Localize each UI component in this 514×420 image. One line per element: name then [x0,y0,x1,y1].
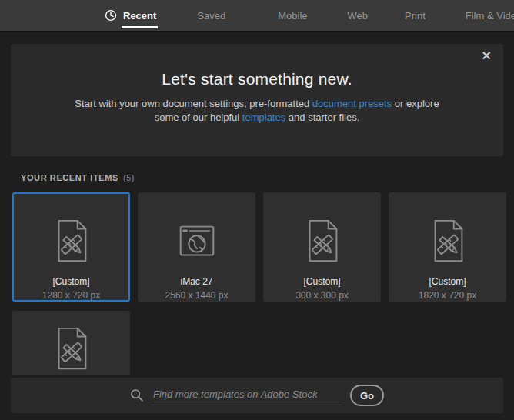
tab-bar: Recent Saved Mobile Web Print Film & Vid… [0,0,514,32]
hero-banner: ✕ Let's start something new. Start with … [11,44,503,156]
hero-subtitle: Start with your own document settings, p… [73,97,441,125]
recent-card-custom-1820x720[interactable]: [Custom] 1820 x 720 px [389,192,506,302]
magnifier-icon [130,388,144,402]
tab-print[interactable]: Print [405,10,426,22]
tab-recent[interactable]: Recent [105,9,156,22]
recent-cards-row-2 [12,311,514,375]
tab-web[interactable]: Web [348,10,369,22]
tab-print-label: Print [405,10,426,22]
hero-title: Let's start something new. [11,44,503,88]
card-name: [Custom] [390,276,505,287]
recent-items-heading-text: YOUR RECENT ITEMS [21,173,118,182]
close-icon[interactable]: ✕ [482,50,492,62]
tab-film-video[interactable]: Film & Video [466,10,514,22]
templates-link[interactable]: templates [242,112,285,123]
document-ruler-pencil-icon [48,325,95,372]
tab-web-label: Web [348,10,369,22]
recent-card-custom-1280x720[interactable]: [Custom] 1280 x 720 px [12,192,130,302]
recent-cards-row-1: [Custom] 1280 x 720 px iMac 27 2560 x 14… [12,192,514,302]
clock-icon [105,9,117,22]
adobe-stock-search-bar: Go [11,378,503,413]
recent-items-heading: YOUR RECENT ITEMS(5) [21,173,514,182]
tab-recent-label: Recent [123,10,156,22]
tab-saved-label: Saved [197,10,225,22]
browser-globe-icon [173,217,221,265]
document-ruler-pencil-icon [299,217,346,265]
card-size: 1280 x 720 px [14,290,128,301]
recent-card-custom-300x300[interactable]: [Custom] 300 x 300 px [263,192,381,302]
card-name: [Custom] [265,276,379,287]
card-size: 2560 x 1440 px [139,290,254,301]
card-size: 1820 x 720 px [390,290,505,301]
go-button[interactable]: Go [350,385,384,406]
hero-subtitle-text-1: Start with your own document settings, p… [75,98,312,109]
recent-items-count: (5) [123,173,135,182]
document-presets-link[interactable]: document presets [312,98,392,109]
card-size: 300 x 300 px [265,290,379,301]
document-ruler-pencil-icon [48,217,95,265]
card-name: iMac 27 [139,276,254,287]
document-ruler-pencil-icon [424,217,472,265]
card-name: [Custom] [14,276,128,287]
tab-mobile[interactable]: Mobile [278,10,307,22]
tab-film-video-label: Film & Video [466,10,514,22]
hero-subtitle-text-3: and starter files. [285,112,359,123]
stock-search-input[interactable] [152,385,341,405]
recent-card-5[interactable] [12,311,130,375]
tab-saved[interactable]: Saved [197,10,225,22]
tab-mobile-label: Mobile [278,10,307,22]
recent-card-imac-27[interactable]: iMac 27 2560 x 1440 px [138,192,255,302]
